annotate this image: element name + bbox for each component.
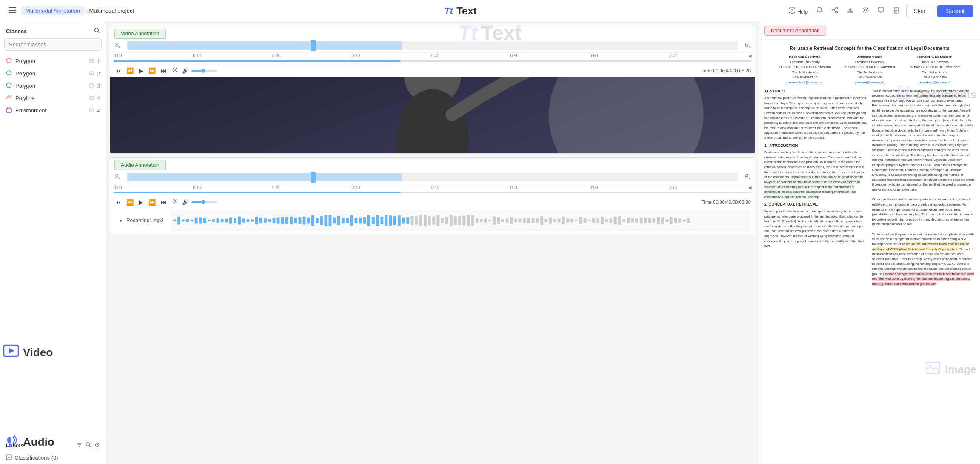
- hotkey-icon-2: [89, 71, 94, 76]
- audio-annotation-tab[interactable]: Audio Annotation: [114, 160, 166, 170]
- search-classes-input[interactable]: [4, 38, 102, 51]
- volume-row: 🔊: [182, 67, 217, 74]
- svg-rect-183: [670, 217, 673, 224]
- classes-title: Classes: [6, 28, 27, 34]
- svg-rect-115: [376, 215, 379, 226]
- svg-rect-142: [493, 216, 496, 225]
- audio-volume-slider[interactable]: [191, 201, 217, 203]
- svg-rect-137: [471, 215, 474, 226]
- help-button[interactable]: ? Help: [787, 5, 809, 17]
- notification-icon[interactable]: [815, 5, 825, 17]
- list-item[interactable]: Polygon 2: [0, 67, 106, 80]
- recording-filename: Recording1.mp3: [126, 218, 164, 223]
- audio-progress-track[interactable]: [114, 192, 752, 193]
- audio-timeline-handle[interactable]: [311, 172, 316, 183]
- section1-text: Boolean searching is still one of the mo…: [764, 150, 867, 199]
- labels-view-icon[interactable]: [94, 441, 100, 449]
- audio-zoom-out-icon[interactable]: [114, 174, 120, 181]
- video-annotation-tab[interactable]: Video Annotation: [114, 29, 166, 39]
- svg-rect-175: [635, 218, 638, 222]
- svg-rect-11: [848, 11, 853, 12]
- svg-rect-97: [298, 217, 301, 224]
- polygon-icon-2: [6, 70, 12, 77]
- svg-line-9: [834, 9, 836, 10]
- svg-rect-84: [242, 218, 245, 222]
- forward-button[interactable]: ⏩: [148, 66, 157, 75]
- add-classification-row[interactable]: Classifications (0): [0, 452, 106, 464]
- svg-rect-163: [584, 218, 587, 223]
- audio-volume-handle[interactable]: [202, 200, 205, 204]
- svg-line-61: [119, 178, 120, 179]
- svg-rect-125: [419, 215, 422, 226]
- list-item[interactable]: Polygon 3: [0, 80, 106, 92]
- doc-body: ABSTRACT A substantial part of all writt…: [764, 89, 975, 286]
- labels-actions: [77, 441, 100, 449]
- svg-rect-147: [514, 219, 517, 222]
- skip-back-button[interactable]: ⏮: [114, 66, 122, 75]
- volume-icon[interactable]: 🔊: [182, 67, 189, 74]
- list-item[interactable]: Polyline 4: [0, 92, 106, 104]
- svg-rect-132: [450, 215, 453, 226]
- audio-rewind-button[interactable]: ⏪: [125, 198, 134, 206]
- video-progress-track[interactable]: [114, 60, 752, 62]
- menu-icon[interactable]: [7, 6, 18, 17]
- svg-marker-25: [6, 83, 11, 87]
- zoom-out-icon[interactable]: [114, 42, 120, 49]
- add-icon[interactable]: [6, 454, 12, 461]
- svg-rect-103: [324, 215, 327, 226]
- play-button[interactable]: ▶: [138, 66, 144, 75]
- download-icon[interactable]: [845, 5, 855, 17]
- svg-rect-143: [497, 217, 500, 224]
- section2-text: Several possibilities to construct conce…: [764, 209, 867, 249]
- video-frame: [110, 77, 755, 153]
- svg-rect-133: [454, 216, 457, 225]
- breadcrumb: Multimodal Annotation / Multimodal proje…: [21, 6, 134, 15]
- chat-icon[interactable]: [876, 5, 886, 17]
- breadcrumb-multimodal[interactable]: Multimodal Annotation: [21, 6, 84, 15]
- svg-rect-110: [354, 218, 357, 223]
- video-time-display: Time 00:00:40/00:05:20: [701, 68, 751, 73]
- svg-rect-179: [652, 218, 655, 222]
- skip-forward-button[interactable]: ⏭: [160, 66, 168, 75]
- timeline-marks: 0:00 0:10 0:20 0:30 0:40 0:50 0:60 0:70 …: [114, 54, 752, 58]
- chevron-icon[interactable]: ▼: [119, 218, 123, 223]
- audio-play-button[interactable]: ▶: [138, 198, 144, 206]
- settings-icon[interactable]: [860, 5, 871, 17]
- audio-zoom-in-icon[interactable]: [745, 174, 751, 181]
- audio-volume-icon[interactable]: 🔊: [182, 199, 189, 205]
- zoom-in-icon[interactable]: [745, 42, 751, 49]
- timeline-handle[interactable]: [311, 40, 316, 51]
- list-item[interactable]: Environment 4: [0, 104, 106, 117]
- right-panel: Document Annotation Re-usable Retrieval …: [759, 22, 980, 464]
- svg-rect-177: [644, 218, 647, 223]
- submit-button[interactable]: Submit: [937, 5, 973, 17]
- audio-settings-button[interactable]: [171, 198, 179, 206]
- svg-rect-119: [393, 216, 396, 225]
- classes-search-icon[interactable]: [94, 27, 100, 35]
- audio-skip-back-button[interactable]: ⏮: [114, 198, 122, 206]
- svg-rect-72: [191, 220, 194, 222]
- rewind-button[interactable]: ⏪: [125, 66, 134, 75]
- list-item[interactable]: Polygon 1: [0, 55, 106, 67]
- svg-rect-165: [592, 218, 595, 223]
- svg-rect-122: [406, 217, 409, 224]
- volume-slider[interactable]: [191, 70, 217, 72]
- skip-button[interactable]: Skip: [906, 5, 932, 17]
- svg-rect-153: [540, 216, 543, 225]
- audio-forward-button[interactable]: ⏩: [148, 198, 157, 206]
- volume-handle[interactable]: [202, 69, 205, 73]
- video-settings-button[interactable]: [171, 66, 179, 75]
- document-annotation-tab[interactable]: Document Annotation: [764, 26, 826, 36]
- svg-rect-166: [596, 218, 599, 223]
- class-name-5: Environment: [15, 107, 89, 114]
- svg-rect-83: [238, 216, 241, 224]
- audio-skip-forward-button[interactable]: ⏭: [160, 198, 168, 206]
- svg-rect-75: [203, 218, 206, 223]
- labels-search-icon[interactable]: [85, 441, 91, 449]
- abstract-title: ABSTRACT: [764, 89, 867, 95]
- document-icon[interactable]: [891, 5, 901, 17]
- share-icon[interactable]: [830, 5, 840, 17]
- labels-sort-icon[interactable]: [77, 441, 82, 449]
- svg-rect-181: [661, 217, 664, 224]
- svg-rect-87: [255, 217, 258, 224]
